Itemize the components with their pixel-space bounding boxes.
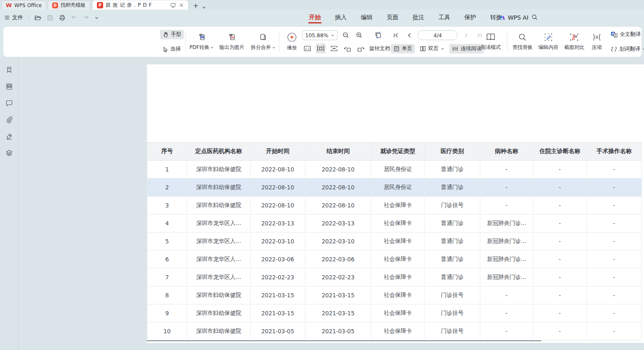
table-cell: 2022-03-10 xyxy=(305,232,371,250)
table-cell: 3 xyxy=(147,197,187,215)
table-cell: 1 xyxy=(147,161,187,179)
table-cell: 社会保障卡 xyxy=(371,304,425,322)
table-cell: 4 xyxy=(147,215,187,232)
table-cell: 2022-03-13 xyxy=(251,215,305,232)
table-cell: - xyxy=(533,268,587,286)
tab-document-pdf[interactable]: P 就医记录.PDF xyxy=(93,0,188,10)
table-cell: - xyxy=(587,215,642,232)
zoom-in-icon[interactable] xyxy=(354,30,364,40)
double-page-icon xyxy=(420,46,426,52)
page-number-input[interactable]: 4/4 xyxy=(418,30,458,40)
fit-width-icon[interactable] xyxy=(316,43,326,54)
bookmark-icon[interactable] xyxy=(5,66,13,74)
save-icon[interactable] xyxy=(47,15,53,21)
full-translate-button[interactable]: A文 全文翻译 xyxy=(608,30,644,39)
zoom-level-select[interactable]: 105.88% xyxy=(302,30,337,40)
rotate-left-icon[interactable] xyxy=(342,43,352,54)
zoom-out-icon[interactable] xyxy=(341,30,351,40)
open-file-icon[interactable] xyxy=(34,15,41,21)
table-cell: 深圳市龙华区人... xyxy=(187,215,251,232)
table-cell: 2022-08-10 xyxy=(305,161,371,179)
table-cell: - xyxy=(587,322,642,340)
records-table: 序号定点医药机构名称开始时间结束时间就诊凭证类型医疗类别病种名称住院主诊断名称手… xyxy=(147,142,642,340)
translate-group: A文 全文翻译 文A 划词翻译 xyxy=(608,30,644,54)
menu-item-comment[interactable]: 批注 xyxy=(412,10,425,25)
double-page-button[interactable]: 双页 xyxy=(417,44,447,54)
pdf-convert-button[interactable]: W PDF转换 xyxy=(188,29,216,54)
file-menu-button[interactable]: 文件 xyxy=(4,14,23,21)
menu-item-page[interactable]: 页面 xyxy=(386,10,399,25)
export-image-button[interactable]: 输出为图片 xyxy=(218,29,246,54)
quick-access-toolbar: 文件 xyxy=(0,14,99,21)
thumbnails-icon[interactable] xyxy=(5,83,13,90)
first-page-icon[interactable] xyxy=(391,30,401,40)
search-icon xyxy=(518,33,527,42)
chevron-down-icon xyxy=(642,47,644,51)
continuous-read-icon xyxy=(452,46,459,52)
svg-text:文: 文 xyxy=(614,33,617,37)
export-image-icon xyxy=(227,33,236,42)
read-mode-button[interactable]: 阅读模式 xyxy=(479,29,503,54)
quick-access-chevron-icon[interactable] xyxy=(94,15,99,20)
comment-icon[interactable] xyxy=(5,100,13,107)
table-cell: 深圳市龙华区人... xyxy=(187,232,251,250)
table-cell: 社会保障卡 xyxy=(371,250,425,268)
prev-page-icon[interactable] xyxy=(404,30,414,40)
table-row: 2深圳市妇幼保健院2022-08-102022-08-10居民身份证普通门诊--… xyxy=(147,179,642,197)
play-icon xyxy=(287,32,297,42)
attachment-icon[interactable] xyxy=(5,116,13,123)
table-cell: - xyxy=(480,179,533,197)
redo-icon[interactable] xyxy=(83,15,89,20)
menu-item-tools[interactable]: 工具 xyxy=(438,10,451,25)
actual-size-icon[interactable]: 1:1 xyxy=(302,43,312,54)
layers-icon[interactable] xyxy=(5,149,13,157)
fit-page-icon[interactable] xyxy=(329,43,339,54)
column-header: 序号 xyxy=(147,142,187,161)
table-cell: 社会保障卡 xyxy=(371,197,425,215)
column-header: 医疗类别 xyxy=(425,142,480,161)
close-tab-icon[interactable] xyxy=(179,3,184,8)
table-cell: - xyxy=(533,304,587,322)
menu-item-home[interactable]: 开始 xyxy=(308,10,322,25)
tab-label: 就医记录.PDF xyxy=(106,2,168,9)
find-replace-button[interactable]: 查找替换 xyxy=(510,29,535,54)
tab-wps-home[interactable]: W WPS Office xyxy=(1,0,46,10)
menu-item-insert[interactable]: 插入 xyxy=(334,10,347,25)
print-icon[interactable] xyxy=(59,15,66,21)
page-nav-group: 4/4 单页 双页 连续阅读 xyxy=(391,30,484,54)
hand-tool-button[interactable]: 手型 xyxy=(160,30,184,39)
table-cell: 新冠肺炎门诊... xyxy=(480,215,533,232)
play-button[interactable]: 播放 xyxy=(282,29,302,54)
word-translate-button[interactable]: 文A 划词翻译 xyxy=(608,44,644,54)
menu-item-protect[interactable]: 保护 xyxy=(464,10,477,25)
screenshot-compare-button[interactable]: 截图对比 xyxy=(562,29,586,54)
compress-button[interactable]: 压缩 xyxy=(588,29,606,54)
table-cell: 深圳市妇幼保健院 xyxy=(187,286,251,304)
rotate-right-icon[interactable] xyxy=(356,43,366,54)
select-tool-button[interactable]: 选择 xyxy=(160,44,184,54)
column-header: 定点医药机构名称 xyxy=(187,142,251,161)
table-cell: 2022-08-10 xyxy=(251,179,305,197)
edit-content-button[interactable]: 编辑内容 xyxy=(536,29,560,54)
svg-text:文: 文 xyxy=(611,46,614,50)
fit-pages-refresh-icon[interactable] xyxy=(373,30,383,40)
table-cell: 门诊挂号 xyxy=(425,304,480,322)
rotate-doc-label[interactable]: 旋转文档 xyxy=(369,45,390,52)
split-merge-button[interactable]: 拆分合并 xyxy=(248,29,278,54)
single-page-button[interactable]: 单页 xyxy=(391,44,415,54)
ribbon-search-icon[interactable] xyxy=(531,14,538,20)
table-row: 7深圳市龙华区人...2022-02-232022-02-23社会保障卡普通门诊… xyxy=(147,268,642,286)
menu-item-edit[interactable]: 编辑 xyxy=(360,10,373,25)
tab-docer-templates[interactable]: D 找稻壳模板 xyxy=(48,0,90,10)
presentation-view-icon[interactable] xyxy=(170,3,176,8)
new-tab-button[interactable]: + xyxy=(193,2,198,10)
undo-icon[interactable] xyxy=(71,15,77,20)
table-cell: 深圳市龙华区人... xyxy=(187,250,251,268)
wps-ai-button[interactable]: WPS AI xyxy=(499,10,528,26)
signature-icon[interactable] xyxy=(5,133,13,140)
table-cell: 普通门诊 xyxy=(425,161,480,179)
tab-list-chevron-icon[interactable] xyxy=(202,5,206,10)
next-page-icon[interactable] xyxy=(461,30,471,40)
divider xyxy=(28,14,29,21)
pointer-tool-group: 手型 选择 xyxy=(160,30,184,54)
